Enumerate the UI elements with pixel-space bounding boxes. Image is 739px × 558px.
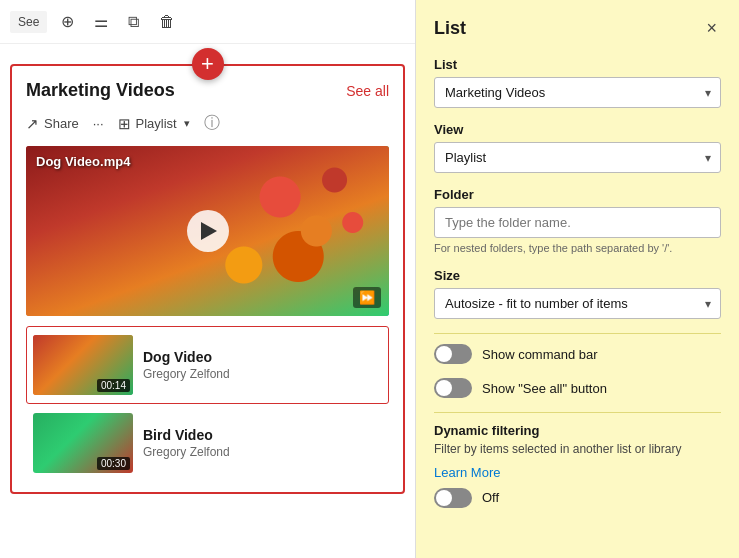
size-select-wrap: Autosize - fit to number of items Small … <box>434 288 721 319</box>
playlist-button[interactable]: ⊞ Playlist ▾ <box>118 115 190 133</box>
dynamic-filtering-desc: Filter by items selected in another list… <box>434 441 721 458</box>
info-icon: ⓘ <box>204 114 220 131</box>
now-playing-label: Dog Video.mp4 <box>36 154 130 169</box>
folder-field-group: Folder For nested folders, type the path… <box>434 187 721 254</box>
video-item[interactable]: 00:14 Dog Video Gregory Zelfond <box>26 326 389 404</box>
share-icon: ↗ <box>26 115 39 133</box>
view-field-group: View Playlist Default Compact ▾ <box>434 122 721 173</box>
dynamic-filtering-toggle-row: Off <box>434 488 721 508</box>
add-button[interactable]: + <box>192 48 224 80</box>
folder-hint: For nested folders, type the path separa… <box>434 242 721 254</box>
video-name: Bird Video <box>143 427 382 443</box>
view-select[interactable]: Playlist Default Compact <box>434 142 721 173</box>
list-title: Marketing Videos <box>26 80 175 101</box>
see-all-toggle[interactable] <box>434 378 472 398</box>
right-panel: List × List Marketing Videos ▾ View Play… <box>415 0 739 558</box>
adjust-button[interactable]: ⚌ <box>88 8 114 35</box>
folder-field-label: Folder <box>434 187 721 202</box>
view-select-wrap: Playlist Default Compact ▾ <box>434 142 721 173</box>
play-button[interactable] <box>187 210 229 252</box>
list-field-label: List <box>434 57 721 72</box>
see-label: See <box>10 11 47 33</box>
list-header: Marketing Videos See all <box>26 80 389 101</box>
command-bar-label: Show command bar <box>482 347 598 362</box>
forward-icon: ⏩ <box>359 290 375 305</box>
panel-title: List <box>434 18 466 39</box>
list-select-wrap: Marketing Videos ▾ <box>434 77 721 108</box>
size-select[interactable]: Autosize - fit to number of items Small … <box>434 288 721 319</box>
learn-more-link[interactable]: Learn More <box>434 465 500 480</box>
panel-header: List × <box>434 16 721 41</box>
video-info: Dog Video Gregory Zelfond <box>143 349 382 381</box>
folder-input[interactable] <box>434 207 721 238</box>
delete-button[interactable]: 🗑 <box>153 9 181 35</box>
bird-duration: 00:30 <box>97 457 130 470</box>
copy-button[interactable]: ⧉ <box>122 9 145 35</box>
dog-duration: 00:14 <box>97 379 130 392</box>
video-item[interactable]: 00:30 Bird Video Gregory Zelfond <box>26 404 389 482</box>
dynamic-filtering-title: Dynamic filtering <box>434 423 721 438</box>
thumbnail-wrap: 00:30 <box>33 413 133 473</box>
dynamic-filtering-off-label: Off <box>482 490 499 505</box>
command-bar-toggle-row: Show command bar <box>434 344 721 364</box>
view-field-label: View <box>434 122 721 137</box>
command-bar-toggle[interactable] <box>434 344 472 364</box>
playlist-icon: ⊞ <box>118 115 131 133</box>
divider <box>434 333 721 334</box>
see-all-button[interactable]: See all <box>346 83 389 99</box>
move-button[interactable]: ⊕ <box>55 8 80 35</box>
close-button[interactable]: × <box>702 16 721 41</box>
video-player: Dog Video.mp4 ⏩ <box>26 146 389 316</box>
size-field-label: Size <box>434 268 721 283</box>
dynamic-filtering-toggle[interactable] <box>434 488 472 508</box>
more-button[interactable]: ··· <box>93 116 104 131</box>
video-author: Gregory Zelfond <box>143 367 382 381</box>
dynamic-filtering-section: Dynamic filtering Filter by items select… <box>434 423 721 508</box>
left-panel: See ⊕ ⚌ ⧉ 🗑 + Marketing Videos See all ↗… <box>0 0 415 558</box>
size-field-group: Size Autosize - fit to number of items S… <box>434 268 721 319</box>
list-container: Marketing Videos See all ↗ Share ··· ⊞ P… <box>10 64 405 494</box>
video-name: Dog Video <box>143 349 382 365</box>
list-field-group: List Marketing Videos ▾ <box>434 57 721 108</box>
more-label: ··· <box>93 116 104 131</box>
playlist-chevron-icon: ▾ <box>184 117 190 130</box>
share-label: Share <box>44 116 79 131</box>
top-toolbar: See ⊕ ⚌ ⧉ 🗑 <box>0 0 415 44</box>
see-all-label: Show "See all" button <box>482 381 607 396</box>
list-actions: ↗ Share ··· ⊞ Playlist ▾ ⓘ <box>26 113 389 134</box>
divider2 <box>434 412 721 413</box>
list-select[interactable]: Marketing Videos <box>434 77 721 108</box>
info-button[interactable]: ⓘ <box>204 113 220 134</box>
thumbnail-wrap: 00:14 <box>33 335 133 395</box>
see-all-toggle-row: Show "See all" button <box>434 378 721 398</box>
play-icon <box>201 222 217 240</box>
video-list: 00:14 Dog Video Gregory Zelfond 00:30 Bi… <box>26 326 389 482</box>
share-button[interactable]: ↗ Share <box>26 115 79 133</box>
forward-button[interactable]: ⏩ <box>353 287 381 308</box>
playlist-label: Playlist <box>136 116 177 131</box>
video-author: Gregory Zelfond <box>143 445 382 459</box>
video-info: Bird Video Gregory Zelfond <box>143 427 382 459</box>
